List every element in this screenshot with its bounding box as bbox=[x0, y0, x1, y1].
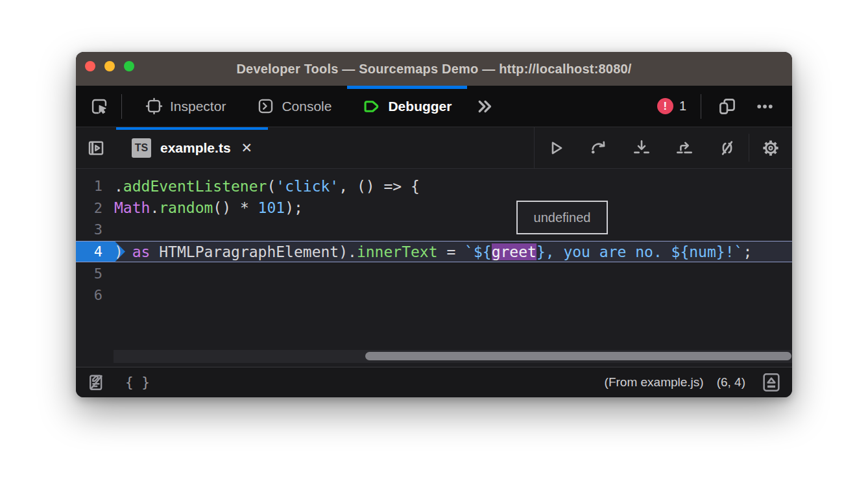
ignore-source-footer-button[interactable] bbox=[84, 370, 108, 395]
inspector-icon bbox=[145, 97, 163, 115]
code-token: ) bbox=[114, 243, 132, 260]
step-in-button[interactable] bbox=[620, 127, 663, 168]
code-token: innerText bbox=[357, 243, 438, 260]
sidebar-toggle-icon bbox=[86, 138, 106, 158]
tab-console-label: Console bbox=[282, 99, 332, 114]
window-titlebar: Developer Tools — Sourcemaps Demo — http… bbox=[76, 52, 792, 86]
code-line[interactable]: 6 bbox=[76, 284, 792, 306]
debugger-icon bbox=[363, 97, 381, 116]
code-token: random bbox=[159, 199, 213, 216]
typescript-file-icon: TS bbox=[132, 138, 151, 158]
code-token: 'click' bbox=[276, 178, 339, 195]
ignore-source-icon bbox=[717, 138, 737, 158]
devtools-menu-button[interactable] bbox=[751, 92, 779, 121]
cursor-position: (6, 4) bbox=[717, 375, 745, 390]
horizontal-scrollbar-thumb[interactable] bbox=[365, 352, 791, 360]
console-icon bbox=[257, 97, 274, 115]
step-out-button[interactable] bbox=[663, 127, 706, 168]
line-number[interactable]: 1 bbox=[76, 178, 108, 194]
source-tab-label: example.ts bbox=[160, 140, 231, 156]
step-in-icon bbox=[632, 138, 651, 158]
code-token: HTMLParagraphElement). bbox=[150, 243, 357, 260]
horizontal-scrollbar[interactable] bbox=[114, 350, 792, 363]
code-token: ; bbox=[743, 243, 752, 260]
code-token: `${ bbox=[464, 243, 492, 260]
chevron-double-right-icon bbox=[476, 97, 495, 116]
code-token: Math bbox=[114, 199, 150, 216]
tab-inspector-label: Inspector bbox=[170, 99, 226, 114]
toolbar-separator bbox=[701, 94, 701, 119]
code-token: greet bbox=[492, 243, 536, 260]
responsive-design-mode-button[interactable] bbox=[713, 92, 741, 121]
code-token: , () => { bbox=[339, 178, 420, 195]
step-over-icon bbox=[589, 138, 609, 158]
code-token: . bbox=[150, 199, 159, 216]
ignore-source-button[interactable] bbox=[706, 127, 749, 168]
mapped-source-note[interactable]: (From example.js) bbox=[605, 375, 704, 390]
error-badge-icon: ! bbox=[657, 98, 673, 114]
code-token: . bbox=[114, 178, 123, 195]
resume-button[interactable] bbox=[535, 127, 577, 168]
code-token: }, you are no. ${num}!` bbox=[536, 243, 743, 260]
code-line[interactable]: 1.addEventListener('click', () => { bbox=[76, 175, 792, 197]
more-tabs-button[interactable] bbox=[471, 92, 500, 121]
close-tab-icon[interactable]: ✕ bbox=[241, 140, 253, 156]
devtools-window: Developer Tools — Sourcemaps Demo — http… bbox=[76, 52, 792, 397]
tab-console[interactable]: Console bbox=[241, 86, 347, 127]
resume-icon bbox=[546, 138, 566, 158]
debugger-controls bbox=[534, 127, 792, 168]
code-line[interactable]: 5 bbox=[76, 262, 792, 284]
code-token: ); bbox=[285, 199, 303, 216]
code-line[interactable]: 4) as HTMLParagraphElement).innerText = … bbox=[76, 241, 792, 263]
traffic-lights bbox=[85, 61, 134, 71]
code-token: as bbox=[132, 243, 151, 260]
devtools-toolbar: Inspector Console Debugger bbox=[76, 86, 792, 127]
responsive-design-icon bbox=[717, 97, 737, 116]
code-token: () * bbox=[213, 199, 258, 216]
debugger-footer: { } (From example.js) (6, 4) bbox=[76, 367, 792, 397]
code-token: 101 bbox=[258, 199, 285, 216]
ignore-source-file-icon bbox=[86, 373, 106, 392]
meatball-menu-icon bbox=[755, 97, 775, 116]
tab-debugger[interactable]: Debugger bbox=[347, 86, 467, 127]
code-line-text: Math.random() * 101); bbox=[114, 199, 303, 216]
source-tab-example-ts[interactable]: TS example.ts ✕ bbox=[116, 127, 268, 168]
code-token: addEventListener bbox=[123, 178, 267, 195]
minimize-window-button[interactable] bbox=[104, 61, 115, 71]
code-line[interactable]: 2Math.random() * 101); bbox=[76, 197, 792, 219]
source-tabbar: TS example.ts ✕ bbox=[76, 127, 792, 169]
step-out-icon bbox=[675, 138, 694, 158]
line-number[interactable]: 5 bbox=[76, 266, 108, 282]
pretty-print-icon: { } bbox=[125, 375, 150, 390]
line-number[interactable]: 4 bbox=[76, 243, 108, 260]
line-number[interactable]: 3 bbox=[76, 221, 108, 238]
line-number[interactable]: 6 bbox=[76, 287, 108, 303]
code-line-text: .addEventListener('click', () => { bbox=[114, 178, 420, 195]
code-lines: 1.addEventListener('click', () => {2Math… bbox=[76, 175, 792, 306]
open-panel-button[interactable] bbox=[758, 369, 784, 395]
toolbar-separator bbox=[121, 94, 122, 119]
variable-preview-tooltip: undefined bbox=[516, 201, 608, 234]
code-line-text: ) as HTMLParagraphElement).innerText = `… bbox=[114, 243, 752, 260]
step-over-button[interactable] bbox=[577, 127, 620, 168]
window-title: Developer Tools — Sourcemaps Demo — http… bbox=[236, 62, 631, 77]
pick-element-icon bbox=[90, 97, 108, 116]
pick-element-button[interactable] bbox=[85, 92, 114, 121]
gear-icon bbox=[761, 138, 780, 158]
eject-icon bbox=[761, 372, 782, 393]
close-window-button[interactable] bbox=[85, 61, 95, 71]
code-line[interactable]: 3 bbox=[76, 219, 792, 241]
toggle-sources-panel-button[interactable] bbox=[76, 127, 116, 168]
debugger-settings-button[interactable] bbox=[749, 127, 792, 168]
line-number[interactable]: 2 bbox=[76, 200, 108, 216]
error-count-button[interactable]: ! 1 bbox=[657, 98, 689, 114]
pretty-print-button[interactable]: { } bbox=[108, 375, 150, 390]
tab-inspector[interactable]: Inspector bbox=[130, 86, 241, 127]
code-token: = bbox=[438, 243, 465, 260]
code-token: ( bbox=[267, 178, 276, 195]
tab-debugger-label: Debugger bbox=[388, 99, 452, 114]
zoom-window-button[interactable] bbox=[124, 61, 134, 71]
error-count: 1 bbox=[679, 99, 686, 114]
code-editor: 1.addEventListener('click', () => {2Math… bbox=[76, 169, 792, 367]
